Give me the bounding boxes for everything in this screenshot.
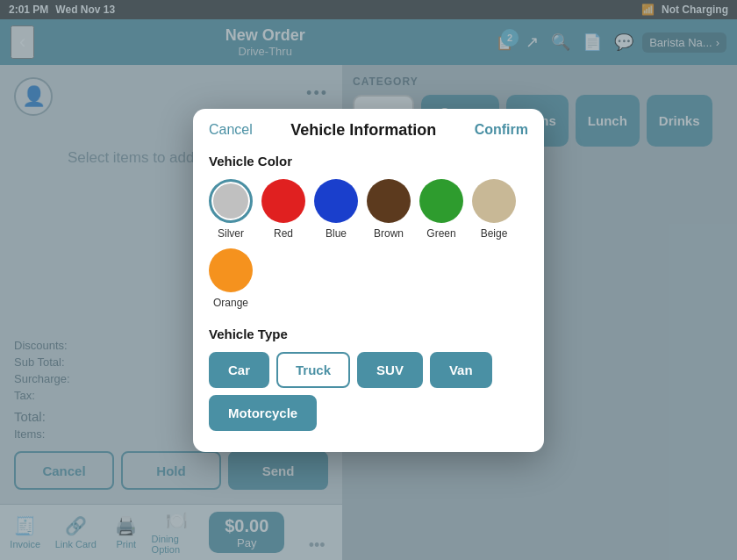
modal-overlay: Cancel Vehicle Information Confirm Vehic… xyxy=(0,0,737,560)
color-label-red: Red xyxy=(274,227,293,240)
type-suv[interactable]: SUV xyxy=(357,352,423,388)
color-brown[interactable]: Brown xyxy=(367,179,411,240)
color-circle-orange xyxy=(209,248,253,292)
modal-title: Vehicle Information xyxy=(290,121,436,140)
type-truck[interactable]: Truck xyxy=(276,352,350,388)
modal-body: Vehicle Color Silver Red Blue Brown xyxy=(193,140,544,452)
color-circle-green xyxy=(419,179,463,223)
vehicle-info-modal: Cancel Vehicle Information Confirm Vehic… xyxy=(193,109,544,452)
color-label-green: Green xyxy=(426,227,455,240)
color-orange[interactable]: Orange xyxy=(209,248,253,309)
color-beige[interactable]: Beige xyxy=(472,179,516,240)
type-motorcycle[interactable]: Motorcycle xyxy=(209,395,317,431)
type-options: Car Truck SUV Van Motorcycle xyxy=(209,352,528,431)
modal-confirm-button[interactable]: Confirm xyxy=(475,122,528,138)
color-silver[interactable]: Silver xyxy=(209,179,253,240)
color-label-orange: Orange xyxy=(213,297,248,309)
modal-cancel-button[interactable]: Cancel xyxy=(209,122,253,138)
color-label-silver: Silver xyxy=(218,227,244,240)
color-circle-brown xyxy=(367,179,411,223)
color-circle-blue xyxy=(314,179,358,223)
vehicle-color-title: Vehicle Color xyxy=(209,154,528,169)
color-red[interactable]: Red xyxy=(261,179,305,240)
color-label-beige: Beige xyxy=(481,227,508,240)
color-blue[interactable]: Blue xyxy=(314,179,358,240)
color-green[interactable]: Green xyxy=(419,179,463,240)
color-label-blue: Blue xyxy=(326,227,347,240)
modal-header: Cancel Vehicle Information Confirm xyxy=(193,109,544,140)
color-circle-red xyxy=(261,179,305,223)
type-car[interactable]: Car xyxy=(209,352,269,388)
color-label-brown: Brown xyxy=(374,227,404,240)
color-circle-beige xyxy=(472,179,516,223)
color-circle-silver xyxy=(209,179,253,223)
color-options: Silver Red Blue Brown Green xyxy=(209,179,528,309)
type-van[interactable]: Van xyxy=(430,352,492,388)
vehicle-type-title: Vehicle Type xyxy=(209,327,528,341)
